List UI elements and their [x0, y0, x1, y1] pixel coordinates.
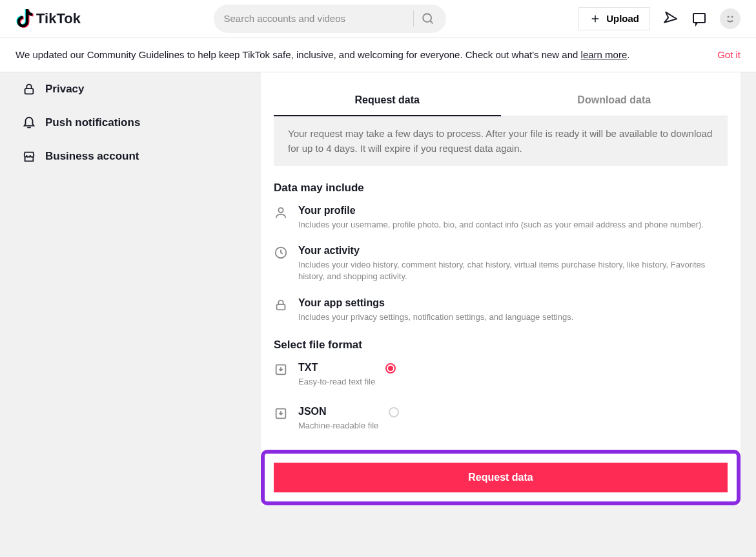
search-wrap — [81, 5, 578, 33]
tabs: Request data Download data — [274, 85, 728, 116]
guidelines-banner: We updated our Community Guidelines to h… — [0, 37, 756, 72]
brand-text: TikTok — [36, 10, 81, 27]
svg-rect-4 — [693, 14, 705, 23]
format-desc: Easy-to-read text file — [298, 376, 375, 388]
settings-sidebar: Privacy Push notifications Business acco… — [15, 72, 248, 505]
header-actions: Upload — [578, 7, 741, 30]
svg-line-1 — [430, 21, 433, 23]
lock-icon — [274, 298, 288, 312]
request-button-highlight: Request data — [261, 450, 741, 505]
svg-point-5 — [728, 16, 730, 17]
upload-label: Upload — [606, 13, 639, 24]
section-file-format-title: Select file format — [274, 339, 728, 352]
bell-icon — [22, 116, 36, 130]
svg-rect-11 — [277, 304, 285, 310]
processing-notice: Your request may take a few days to proc… — [274, 116, 728, 166]
include-desc: Includes your username, profile photo, b… — [298, 219, 728, 231]
clock-icon — [274, 246, 288, 260]
search-divider — [413, 10, 414, 27]
format-option-txt[interactable]: TXT Easy-to-read text file — [274, 362, 728, 388]
brand-logo[interactable]: TikTok — [15, 9, 81, 28]
include-title: Your profile — [298, 205, 728, 216]
sidebar-item-push[interactable]: Push notifications — [15, 106, 248, 140]
avatar[interactable] — [720, 8, 741, 29]
section-data-include-title: Data may include — [274, 182, 728, 194]
request-data-button[interactable]: Request data — [274, 463, 728, 492]
svg-point-9 — [278, 208, 283, 213]
banner-text: We updated our Community Guidelines to h… — [15, 49, 629, 60]
svg-rect-7 — [25, 89, 34, 94]
sidebar-item-label: Business account — [45, 150, 139, 163]
include-desc: Includes your privacy settings, notifica… — [298, 311, 728, 323]
search-icon[interactable] — [420, 11, 436, 26]
search-input[interactable] — [224, 13, 409, 24]
header: TikTok Upload — [0, 0, 756, 37]
person-icon — [274, 205, 288, 220]
format-title: JSON — [298, 406, 378, 417]
include-title: Your app settings — [298, 297, 728, 309]
include-activity: Your activity Includes your video histor… — [274, 245, 728, 282]
sidebar-item-business[interactable]: Business account — [15, 140, 248, 173]
tab-request-data[interactable]: Request data — [274, 85, 501, 116]
tab-download-data[interactable]: Download data — [501, 85, 728, 116]
sidebar-item-label: Privacy — [45, 83, 85, 96]
svg-point-6 — [731, 16, 733, 17]
learn-more-link[interactable]: learn more — [581, 49, 628, 60]
format-option-json[interactable]: JSON Machine-readable file — [274, 406, 728, 432]
include-profile: Your profile Includes your username, pro… — [274, 205, 728, 231]
radio-unselected[interactable] — [389, 407, 399, 417]
include-settings: Your app settings Includes your privacy … — [274, 297, 728, 323]
inbox-icon[interactable] — [691, 11, 707, 26]
file-download-icon — [274, 406, 288, 421]
upload-button[interactable]: Upload — [578, 7, 650, 30]
file-download-icon — [274, 363, 288, 377]
content-row: Privacy Push notifications Business acco… — [0, 72, 756, 505]
format-desc: Machine-readable file — [298, 420, 378, 432]
sidebar-item-label: Push notifications — [45, 116, 140, 129]
sidebar-item-privacy[interactable]: Privacy — [15, 72, 248, 106]
tiktok-note-icon — [15, 9, 34, 28]
include-desc: Includes your video history, comment his… — [298, 259, 728, 282]
storefront-icon — [22, 149, 36, 163]
data-request-panel: Request data Download data Your request … — [261, 72, 741, 505]
radio-selected[interactable] — [385, 363, 396, 373]
search-box[interactable] — [214, 5, 446, 33]
svg-point-0 — [423, 14, 431, 22]
send-icon[interactable] — [663, 11, 679, 26]
include-title: Your activity — [298, 245, 728, 257]
format-title: TXT — [298, 362, 375, 373]
lock-icon — [22, 82, 36, 96]
dismiss-banner[interactable]: Got it — [717, 49, 741, 60]
